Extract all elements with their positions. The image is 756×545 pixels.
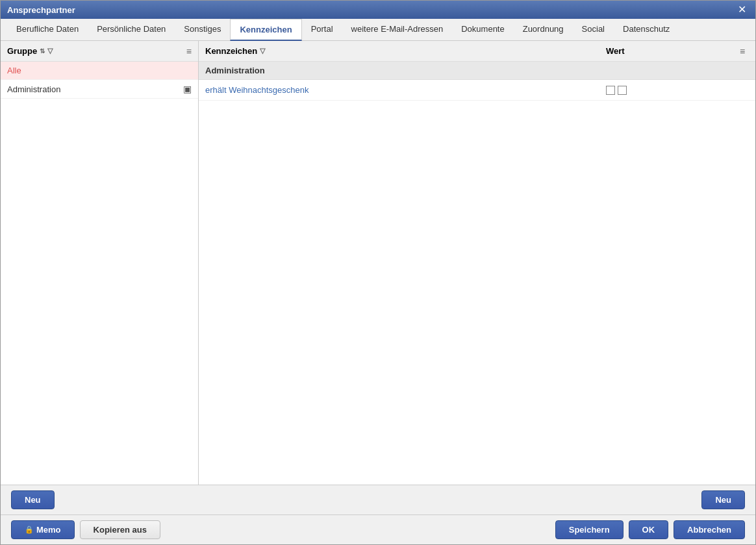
group-name-label: Administration bbox=[205, 66, 265, 75]
sort-icon[interactable]: ⇅ bbox=[40, 47, 45, 55]
footer-right-buttons: Speichern OK Abbrechen bbox=[555, 520, 745, 539]
list-item-administration[interactable]: Administration ▣ bbox=[1, 80, 198, 99]
left-panel-header: Gruppe ⇅ ▽ ≡ bbox=[1, 41, 198, 62]
right-panel: Kennzeichen ▽ Wert ≡ Administration erhä… bbox=[199, 41, 755, 485]
gruppe-list: Alle Administration ▣ bbox=[1, 62, 198, 485]
memo-button[interactable]: 🔒 Memo bbox=[11, 520, 75, 539]
neu-left-button[interactable]: Neu bbox=[11, 490, 55, 509]
col-actions-header: ≡ bbox=[729, 42, 755, 60]
tab-portal[interactable]: Portal bbox=[302, 19, 342, 41]
modal-container: Ansprechpartner ✕ Berufliche Daten Persö… bbox=[0, 0, 756, 545]
tab-berufliche-daten[interactable]: Berufliche Daten bbox=[7, 19, 88, 41]
tab-kennzeichen[interactable]: Kennzeichen bbox=[230, 19, 301, 41]
tab-sonstiges[interactable]: Sonstiges bbox=[175, 19, 230, 41]
checkbox-1[interactable] bbox=[606, 86, 615, 95]
neu-right-button[interactable]: Neu bbox=[701, 490, 745, 509]
group-header-administration: Administration bbox=[199, 62, 755, 80]
right-panel-header: Kennzeichen ▽ Wert ≡ bbox=[199, 41, 755, 62]
tab-datenschutz[interactable]: Datenschutz bbox=[614, 19, 679, 41]
modal-title: Ansprechpartner bbox=[7, 5, 75, 15]
lock-icon: 🔒 bbox=[25, 526, 34, 534]
footer-bar: 🔒 Memo Kopieren aus Speichern OK Abbrech… bbox=[1, 514, 755, 544]
tab-weitere-email[interactable]: weitere E-Mail-Adressen bbox=[342, 19, 453, 41]
speichern-button[interactable]: Speichern bbox=[555, 520, 624, 539]
menu-icon[interactable]: ≡ bbox=[186, 46, 192, 57]
ok-button[interactable]: OK bbox=[629, 520, 669, 539]
table-row: erhält Weihnachtsgeschenk bbox=[199, 80, 755, 101]
tab-dokumente[interactable]: Dokumente bbox=[452, 19, 513, 41]
kennzeichen-col-label: Kennzeichen bbox=[205, 46, 257, 56]
kennzeichen-row-actions bbox=[729, 88, 755, 93]
kennzeichen-value-cell bbox=[599, 83, 729, 97]
modal-header: Ansprechpartner ✕ bbox=[1, 1, 755, 19]
checkbox-2[interactable] bbox=[618, 86, 627, 95]
gruppe-label: Gruppe bbox=[7, 46, 37, 56]
administration-label: Administration bbox=[7, 84, 60, 94]
tab-zuordnung[interactable]: Zuordnung bbox=[514, 19, 573, 41]
neu-buttons-bar: Neu Neu bbox=[1, 485, 755, 514]
memo-label: Memo bbox=[36, 525, 61, 535]
col-wert-header: Wert bbox=[599, 42, 729, 60]
list-item-alle[interactable]: Alle bbox=[1, 62, 198, 80]
tab-persoenliche-daten[interactable]: Persönliche Daten bbox=[88, 19, 175, 41]
right-panel-content: Administration erhält Weihnachtsgeschenk bbox=[199, 62, 755, 485]
left-panel: Gruppe ⇅ ▽ ≡ Alle Administration ▣ bbox=[1, 41, 199, 485]
filter-icon[interactable]: ▽ bbox=[47, 47, 53, 55]
wert-col-label: Wert bbox=[606, 46, 625, 56]
abbrechen-button[interactable]: Abbrechen bbox=[674, 520, 745, 539]
content-area: Gruppe ⇅ ▽ ≡ Alle Administration ▣ bbox=[1, 41, 755, 485]
kennzeichen-cell-label[interactable]: erhält Weihnachtsgeschenk bbox=[199, 82, 599, 97]
col-kennzeichen-header: Kennzeichen ▽ bbox=[199, 42, 599, 60]
alle-label: Alle bbox=[7, 66, 21, 75]
gruppe-header-title: Gruppe ⇅ ▽ bbox=[7, 46, 53, 56]
kopieren-aus-button[interactable]: Kopieren aus bbox=[80, 520, 160, 539]
administration-item-icon[interactable]: ▣ bbox=[183, 84, 192, 94]
tab-social[interactable]: Social bbox=[573, 19, 614, 41]
tabs-bar: Berufliche Daten Persönliche Daten Sonst… bbox=[1, 19, 755, 41]
right-menu-icon[interactable]: ≡ bbox=[740, 46, 745, 57]
close-button[interactable]: ✕ bbox=[735, 5, 749, 15]
kennzeichen-filter-icon[interactable]: ▽ bbox=[260, 47, 265, 55]
